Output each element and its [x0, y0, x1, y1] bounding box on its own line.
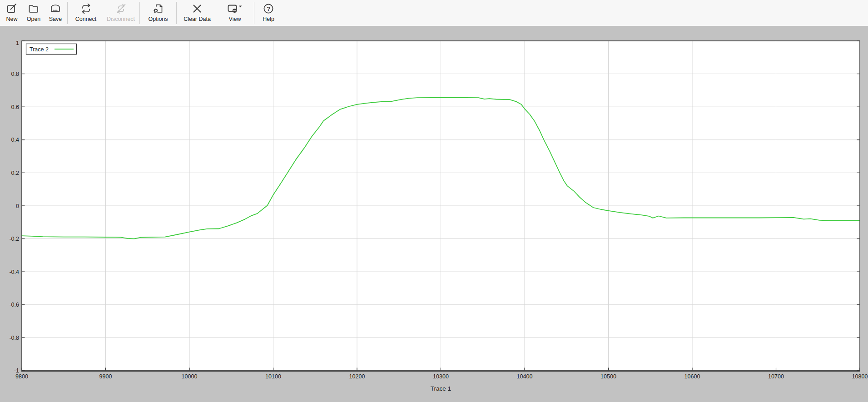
x-tick-label: 10000 — [182, 373, 198, 380]
y-tick-label: -0.4 — [9, 269, 19, 275]
connect-label: Connect — [75, 16, 97, 22]
x-tick-label: 10500 — [600, 373, 616, 380]
toolbar-separator — [139, 2, 140, 24]
x-tick-label: 10100 — [265, 373, 281, 380]
toolbar: New Open Save Connect — [0, 0, 868, 26]
options-button[interactable]: Options — [141, 0, 175, 26]
y-tick-label: -0.8 — [9, 335, 19, 341]
view-label: View — [229, 16, 241, 22]
y-tick-label: 1 — [16, 40, 19, 46]
options-gear-icon — [152, 2, 164, 15]
open-label: Open — [27, 16, 41, 22]
view-icon — [227, 2, 243, 15]
new-label: New — [6, 16, 17, 22]
legend: Trace 2 — [26, 44, 77, 55]
disconnect-button[interactable]: Disconnect — [103, 0, 139, 26]
y-tick-label: 0.6 — [11, 104, 19, 110]
view-button[interactable]: View — [217, 0, 253, 26]
x-tick-label: 10800 — [852, 373, 868, 380]
legend-label: Trace 2 — [30, 46, 49, 53]
x-axis-title: Trace 1 — [431, 385, 451, 392]
save-button[interactable]: Save — [45, 0, 66, 26]
x-tick-label: 10200 — [349, 373, 365, 380]
help-button[interactable]: ? Help — [255, 0, 282, 26]
plot-widget: -1-0.8-0.6-0.4-0.200.20.40.60.8198009900… — [0, 26, 868, 402]
y-tick-label: -0.6 — [9, 302, 19, 308]
y-tick-label: 0.2 — [11, 170, 19, 176]
options-label: Options — [148, 16, 168, 22]
y-tick-label: 0.8 — [11, 71, 19, 77]
help-icon: ? — [263, 2, 274, 15]
y-tick-label: 0.4 — [11, 137, 19, 143]
save-icon — [50, 2, 61, 15]
x-tick-label: 9900 — [99, 373, 112, 380]
dropdown-caret-icon — [239, 6, 242, 8]
toolbar-separator — [176, 2, 177, 24]
y-tick-label: 0 — [16, 203, 19, 209]
save-label: Save — [49, 16, 62, 22]
connect-button[interactable]: Connect — [69, 0, 103, 26]
x-tick-label: 10700 — [768, 373, 784, 380]
toolbar-separator — [67, 2, 68, 24]
toolbar-separator — [254, 2, 254, 24]
open-folder-icon — [28, 2, 40, 15]
y-tick-label: -1 — [14, 367, 19, 374]
disconnect-label: Disconnect — [107, 16, 135, 22]
clear-data-label: Clear Data — [184, 16, 211, 22]
y-tick-labels: -1-0.8-0.6-0.4-0.200.20.40.60.81 — [9, 40, 19, 374]
new-button[interactable]: New — [1, 0, 23, 26]
y-tick-label: -0.2 — [9, 236, 19, 242]
open-button[interactable]: Open — [23, 0, 45, 26]
connect-icon — [80, 2, 92, 15]
x-tick-label: 9800 — [15, 373, 28, 380]
x-tick-label: 10400 — [517, 373, 533, 380]
x-tick-labels: 9800990010000101001020010300104001050010… — [15, 373, 868, 380]
clear-data-button[interactable]: Clear Data — [178, 0, 217, 26]
chart[interactable]: -1-0.8-0.6-0.4-0.200.20.40.60.8198009900… — [0, 26, 868, 402]
clear-data-icon — [191, 2, 203, 15]
help-label: Help — [263, 16, 274, 22]
new-file-icon — [6, 2, 18, 15]
svg-text:?: ? — [267, 5, 270, 12]
x-tick-label: 10300 — [433, 373, 449, 380]
x-tick-label: 10600 — [684, 373, 700, 380]
disconnect-icon — [115, 2, 127, 15]
